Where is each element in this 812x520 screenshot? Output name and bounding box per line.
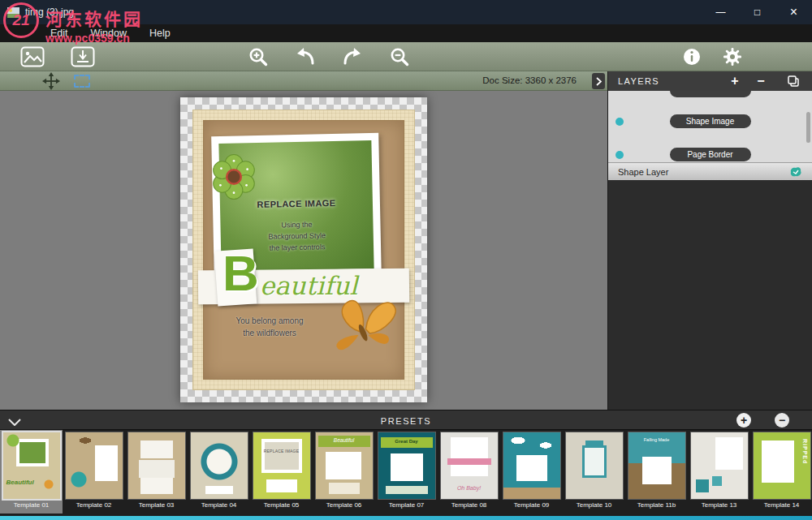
minimize-button[interactable]: — (702, 0, 739, 24)
window-bottom-border (0, 516, 812, 520)
import-image-button[interactable] (70, 45, 96, 68)
template-caption: REPLACE IMAGE (253, 449, 310, 453)
expand-panel-button[interactable] (592, 73, 605, 89)
template-art: Oh Baby! (441, 432, 498, 499)
layer-item-shape-image[interactable]: Shape Image (670, 114, 751, 128)
maximize-button[interactable]: □ (739, 0, 775, 24)
layers-panel: LAYERS + − Shape Image Page Border Shape… (607, 71, 812, 410)
undo-button[interactable] (292, 45, 318, 68)
zoom-out-icon (389, 46, 410, 67)
template-label: Template 03 (139, 501, 175, 509)
remove-layer-button[interactable]: − (750, 71, 771, 91)
template-label: Template 14 (764, 501, 800, 509)
caption-line: the wildflowers (205, 327, 335, 339)
shape-badge-icon[interactable] (789, 166, 802, 181)
presets-title: PRESETS (0, 416, 812, 426)
title-bar[interactable]: timg (3).jpg — □ × (0, 0, 812, 24)
chevron-right-icon (596, 77, 602, 86)
zoom-out-button[interactable] (387, 45, 412, 68)
close-button[interactable]: × (775, 0, 812, 24)
menu-item-edit[interactable]: Edit (50, 28, 68, 39)
flower-embellishment (211, 154, 257, 200)
template-label: Template 06 (326, 501, 362, 509)
template-caption: RiPPEd (802, 439, 808, 464)
window-title: timg (3).jpg (25, 6, 74, 18)
open-image-button[interactable] (19, 45, 45, 68)
redo-icon (341, 46, 364, 67)
scrollbar-thumb[interactable] (806, 112, 810, 143)
info-button[interactable] (679, 45, 705, 68)
caption-line: You belong among (205, 315, 335, 327)
preset-thumbnail-01[interactable]: Beautiful Template 01 (0, 430, 63, 514)
preset-thumbnail-14[interactable]: RiPPEd Template 14 (750, 430, 812, 514)
zoom-in-icon (248, 46, 269, 67)
zoom-in-button[interactable] (245, 45, 271, 68)
import-icon (71, 46, 95, 67)
template-caption: Beautiful (6, 479, 34, 486)
preset-thumbnail-02[interactable]: Template 02 (63, 430, 125, 514)
app-window: timg (3).jpg — □ × Edit Window Help (0, 0, 812, 520)
layer-visibility-dot[interactable] (615, 151, 624, 159)
menu-item-help[interactable]: Help (149, 28, 171, 39)
presets-strip: Beautiful Template 01 Template 02 Templa… (0, 430, 812, 514)
preset-thumbnail-11b[interactable]: Falling Made Template 11b (625, 430, 688, 514)
preset-thumbnail-10[interactable]: Template 10 (563, 430, 625, 514)
settings-button[interactable] (719, 45, 745, 68)
preset-thumbnail-06[interactable]: Beautiful Template 06 (313, 430, 375, 514)
framed-picture-icon (20, 46, 45, 67)
doc-size-label: Doc Size: 3360 x 2376 (482, 75, 577, 85)
preset-thumbnail-05[interactable]: REPLACE IMAGE Template 05 (250, 430, 313, 514)
preset-thumbnail-13[interactable]: Template 13 (688, 430, 750, 514)
template-label: Template 09 (514, 501, 550, 509)
template-art (191, 432, 248, 499)
info-icon (682, 47, 702, 67)
preset-thumbnail-03[interactable]: Template 03 (125, 430, 188, 514)
gear-icon (722, 46, 743, 67)
duplicate-layer-button[interactable] (783, 71, 804, 91)
layers-title: LAYERS (618, 76, 659, 86)
marquee-icon (74, 75, 90, 88)
layer-item-partial[interactable] (670, 91, 751, 97)
template-caption: Oh Baby! (441, 485, 498, 491)
redo-button[interactable] (339, 45, 365, 68)
undo-icon (294, 46, 317, 67)
template-art (128, 432, 185, 499)
layer-visibility-dot[interactable] (615, 118, 624, 126)
document-preview[interactable]: REPLACE IMAGE Using the Background Style… (180, 97, 427, 402)
shape-layer-header[interactable]: Shape Layer (608, 162, 812, 180)
preset-thumbnail-09[interactable]: Template 09 (500, 430, 563, 514)
layer-properties-area (608, 180, 812, 410)
template-art: Great Day (378, 432, 435, 499)
template-art: Falling Made (628, 432, 685, 499)
template-label: Template 04 (201, 501, 237, 509)
duplicate-layer-icon (787, 75, 800, 88)
template-art (566, 432, 623, 499)
title-initial: B (222, 248, 259, 299)
remove-preset-button[interactable]: − (775, 413, 789, 428)
template-art (66, 432, 123, 499)
preset-thumbnail-08[interactable]: Oh Baby! Template 08 (438, 430, 500, 514)
menu-item-window[interactable]: Window (91, 28, 127, 39)
marquee-tool-button[interactable] (71, 72, 93, 90)
butterfly-embellishment (323, 294, 404, 357)
template-label: Template 07 (389, 501, 425, 509)
template-art: Beautiful (3, 432, 60, 499)
template-art (691, 432, 748, 499)
template-art (503, 432, 560, 499)
window-controls: — □ × (702, 0, 812, 24)
template-label: Template 05 (264, 501, 300, 509)
add-layer-button[interactable]: + (724, 71, 745, 91)
layer-item-page-border[interactable]: Page Border (670, 148, 751, 161)
preset-thumbnail-07[interactable]: Great Day Template 07 (375, 430, 438, 514)
preset-thumbnail-04[interactable]: Template 04 (188, 430, 250, 514)
template-caption: Great Day (378, 439, 435, 444)
add-preset-button[interactable]: + (736, 413, 751, 428)
canvas-area[interactable]: REPLACE IMAGE Using the Background Style… (0, 91, 607, 410)
template-label: Template 10 (577, 501, 612, 509)
template-caption: Falling Made (628, 437, 685, 442)
template-caption: Beautiful (316, 437, 373, 443)
move-tool-button[interactable] (41, 72, 62, 90)
template-art: RiPPEd (754, 432, 810, 499)
tool-options-bar: Doc Size: 3360 x 2376 (0, 71, 607, 91)
toolbar (0, 42, 812, 71)
